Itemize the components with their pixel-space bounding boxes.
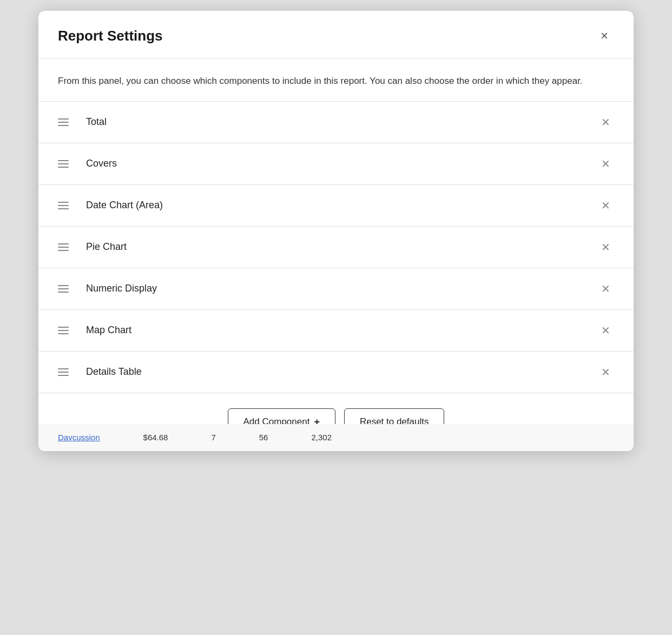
drag-handle[interactable] [58,202,69,209]
modal-description: From this panel, you can choose which co… [38,59,634,102]
drag-handle[interactable] [58,160,69,168]
list-item: Date Chart (Area) ✕ [38,185,634,227]
drag-handle[interactable] [58,243,69,251]
component-name: Covers [86,158,597,169]
list-item: Covers ✕ [38,143,634,185]
drag-handle[interactable] [58,368,69,376]
component-name: Total [86,116,597,128]
component-list: Total ✕ Covers ✕ Date Chart (Area) ✕ [38,102,634,393]
list-item: Details Table ✕ [38,352,634,393]
component-name: Map Chart [86,325,597,336]
component-name: Pie Chart [86,241,597,253]
remove-button[interactable]: ✕ [597,114,614,131]
list-item: Numeric Display ✕ [38,268,634,310]
component-name: Details Table [86,366,597,378]
close-button[interactable]: × [595,26,614,45]
remove-button[interactable]: ✕ [597,239,614,256]
drag-handle[interactable] [58,327,69,334]
list-item: Pie Chart ✕ [38,227,634,268]
remove-button[interactable]: ✕ [597,197,614,214]
component-name: Numeric Display [86,283,597,294]
remove-button[interactable]: ✕ [597,280,614,297]
bottom-bar-value4: 2,302 [311,433,332,442]
remove-button[interactable]: ✕ [597,363,614,381]
remove-button[interactable]: ✕ [597,155,614,173]
bottom-bar-value2: 7 [211,433,215,442]
bottom-bar: Davcussion $64.68 7 56 2,302 [38,424,634,451]
modal-overlay: Report Settings × From this panel, you c… [0,0,672,635]
bottom-bar-value3: 56 [259,433,268,442]
report-settings-modal: Report Settings × From this panel, you c… [38,11,634,451]
list-item: Total ✕ [38,102,634,143]
list-item: Map Chart ✕ [38,310,634,352]
bottom-bar-value1: $64.68 [143,433,168,442]
component-name: Date Chart (Area) [86,200,597,211]
drag-handle[interactable] [58,118,69,126]
modal-header: Report Settings × [38,11,634,59]
remove-button[interactable]: ✕ [597,322,614,339]
drag-handle[interactable] [58,285,69,293]
bottom-bar-link[interactable]: Davcussion [58,433,100,442]
modal-title: Report Settings [58,28,163,44]
